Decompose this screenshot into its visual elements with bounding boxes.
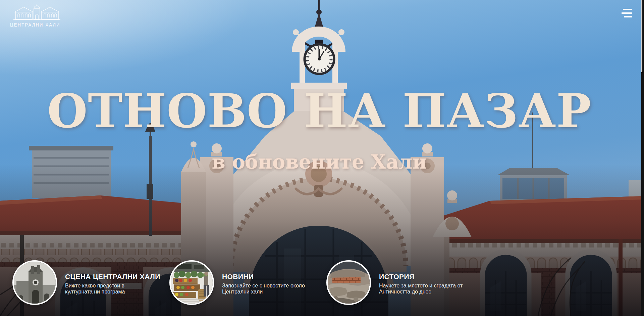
card-stage[interactable]: СЦЕНА ЦЕНТРАЛНИ ХАЛИ Вижте какво предсто… bbox=[12, 260, 160, 305]
scrollbar[interactable] bbox=[641, 0, 644, 316]
card-title: СЦЕНА ЦЕНТРАЛНИ ХАЛИ bbox=[65, 273, 160, 281]
hero-landing: ЦЕНТРАЛНИ ХАЛИ ОТНОВО НА ПАЗАР в обновен… bbox=[0, 0, 644, 316]
right-roof-skylight bbox=[497, 168, 570, 175]
card-stage-image bbox=[12, 260, 57, 305]
market-stall-render bbox=[171, 262, 213, 304]
ancient-ruins-photo bbox=[328, 262, 370, 304]
menu-button[interactable] bbox=[621, 9, 632, 19]
card-news[interactable]: НОВИНИ Запознайте се с новостите около Ц… bbox=[169, 260, 307, 305]
card-history[interactable]: ИСТОРИЯ Научете за мястото и сградата от… bbox=[326, 260, 474, 305]
card-description: Запознайте се с новостите около Централн… bbox=[222, 283, 307, 295]
card-description: Вижте какво предстои в културната ни про… bbox=[65, 283, 153, 295]
hamburger-icon bbox=[623, 9, 632, 10]
logo[interactable]: ЦЕНТРАЛНИ ХАЛИ bbox=[10, 4, 64, 28]
card-title: ИСТОРИЯ bbox=[379, 273, 474, 281]
card-news-image bbox=[169, 260, 214, 305]
logo-text: ЦЕНТРАЛНИ ХАЛИ bbox=[10, 22, 59, 28]
market-hall-outline-icon bbox=[12, 4, 62, 21]
scrollbar-thumb[interactable] bbox=[641, 0, 643, 72]
card-title: НОВИНИ bbox=[222, 273, 307, 281]
card-description: Научете за мястото и сградата от Антично… bbox=[379, 283, 474, 295]
historic-hall-bw-photo bbox=[14, 262, 56, 304]
card-history-image bbox=[326, 260, 371, 305]
tower-clock bbox=[305, 44, 334, 74]
